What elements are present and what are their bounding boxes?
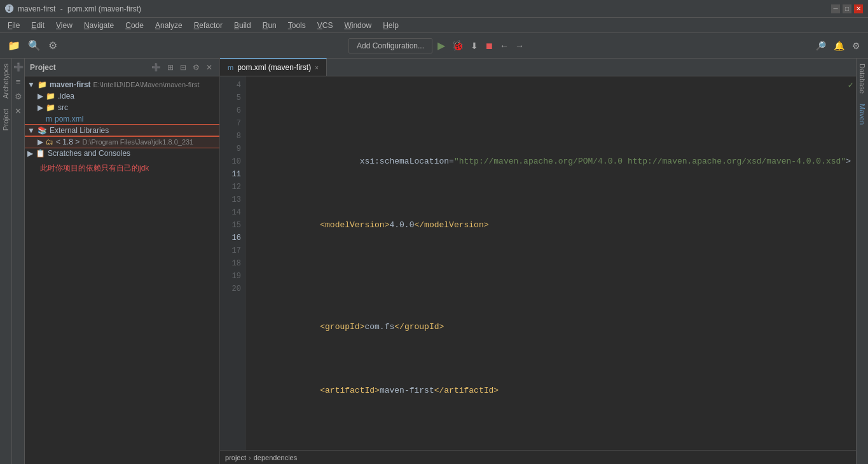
- menu-edit[interactable]: Edit: [26, 20, 50, 31]
- editor-tabs: m pom.xml (maven-first) ×: [220, 59, 856, 76]
- forward-button[interactable]: →: [513, 39, 527, 52]
- maven-tab[interactable]: Maven: [857, 99, 868, 130]
- editor-area: m pom.xml (maven-first) × 4 5 6 7 8 9 10…: [220, 59, 856, 464]
- line-num-16: 16: [220, 232, 241, 244]
- debug-button[interactable]: 🐞: [449, 38, 467, 53]
- line-num-9: 9: [220, 143, 241, 155]
- menu-navigate[interactable]: Navigate: [79, 20, 119, 31]
- menu-tools[interactable]: Tools: [283, 20, 311, 31]
- menu-code[interactable]: Code: [120, 20, 149, 31]
- panel-expand-button[interactable]: ⊞: [165, 62, 176, 73]
- database-tab[interactable]: Database: [857, 59, 868, 99]
- minimize-button[interactable]: ─: [831, 4, 840, 13]
- tab-close-button[interactable]: ×: [315, 64, 319, 71]
- back-button[interactable]: ←: [497, 39, 511, 52]
- line-num-17: 17: [220, 244, 241, 257]
- menu-help[interactable]: Help: [378, 20, 404, 31]
- run-button[interactable]: ▶: [435, 38, 448, 53]
- tree-external-libs[interactable]: ▼ 📚 External Libraries: [25, 125, 219, 136]
- line-num-20: 20: [220, 283, 241, 295]
- tree-jdk-label: < 1.8 >: [56, 137, 79, 146]
- menu-file[interactable]: File: [3, 20, 25, 31]
- add-configuration-button[interactable]: Add Configuration...: [348, 38, 432, 53]
- stop-button[interactable]: ⏹: [482, 39, 496, 52]
- annotation-jdk: 此时你项目的依赖只有自己的jdk: [25, 159, 219, 176]
- line-num-7: 7: [220, 117, 241, 130]
- breadcrumb-dependencies[interactable]: dependencies: [254, 454, 298, 461]
- breadcrumb-project[interactable]: project: [225, 454, 246, 461]
- menu-build[interactable]: Build: [229, 20, 256, 31]
- project-panel-header: Project ➕ ⊞ ⊟ ⚙ ✕: [25, 59, 219, 76]
- tree-src-label: src: [58, 103, 68, 112]
- line-num-8: 8: [220, 130, 241, 143]
- right-sidebar: Database Maven: [856, 59, 868, 464]
- line-num-10: 10: [220, 155, 241, 168]
- run-buttons: ▶ 🐞 ⬇ ⏹ ← →: [435, 38, 527, 53]
- tree-external-libs-label: External Libraries: [50, 126, 109, 135]
- search-everywhere-button[interactable]: 🔎: [813, 39, 829, 52]
- menu-view[interactable]: View: [51, 20, 78, 31]
- tree-src[interactable]: ▶ 📁 src: [25, 102, 219, 113]
- line-num-13: 13: [220, 193, 241, 206]
- tree-root-label: maven-first: [50, 80, 91, 89]
- editor-breadcrumb: project › dependencies: [220, 450, 856, 464]
- add-button[interactable]: ➕: [12, 61, 25, 73]
- menu-refactor[interactable]: Refactor: [189, 20, 228, 31]
- project-panel-title: Project: [30, 63, 147, 72]
- scratches-icon: 📋: [36, 149, 45, 158]
- tree-scratches[interactable]: ▶ 📋 Scratches and Consoles: [25, 148, 219, 159]
- code-line-4: xsi:schemaLocation="http://maven.apache.…: [251, 143, 851, 181]
- code-line-6: [251, 270, 851, 283]
- folder-icon-src: 📁: [46, 103, 55, 112]
- project-icon-button[interactable]: 📁: [5, 38, 23, 53]
- settings-button[interactable]: ⚙: [850, 39, 863, 52]
- toolbar-settings-button[interactable]: ⚙: [46, 38, 60, 53]
- settings-small-button[interactable]: ⚙: [13, 90, 24, 102]
- tab-pom-xml[interactable]: m pom.xml (maven-first) ×: [220, 58, 327, 76]
- archetypes-sidebar: Archetypes Project: [0, 59, 12, 464]
- panel-collapse-all-button[interactable]: ⊟: [178, 62, 188, 73]
- line-num-5: 5: [220, 92, 241, 104]
- toolbar: 📁 🔍 ⚙ Add Configuration... ▶ 🐞 ⬇ ⏹ ← → 🔎…: [0, 33, 868, 59]
- file-tree: ▼ 📁 maven-first E:\IntelliJ\IDEA\Maven\m…: [25, 76, 219, 464]
- expand-icon: ▼: [27, 80, 35, 89]
- code-editor: 4 5 6 7 8 9 10 11 12 13 14 15 16 17 18 1…: [220, 76, 856, 450]
- file-icon-pom: m: [46, 115, 52, 123]
- collapse-button[interactable]: ≡: [15, 76, 22, 88]
- code-content[interactable]: ✓ xsi:schemaLocation="http://maven.apach…: [245, 76, 856, 450]
- menu-vcs[interactable]: VCS: [312, 20, 338, 31]
- app-icon: 🅙: [5, 4, 14, 14]
- panel-settings-button[interactable]: ⚙: [191, 62, 202, 73]
- expand-icon-idea: ▶: [38, 92, 43, 101]
- main-area: Archetypes Project ➕ ≡ ⚙ ✕ Project ➕ ⊞ ⊟…: [0, 59, 868, 464]
- close-button[interactable]: ✕: [854, 4, 863, 13]
- tree-idea[interactable]: ▶ 📁 .idea: [25, 90, 219, 102]
- run-with-coverage-button[interactable]: ⬇: [468, 39, 481, 52]
- toolbar-search-button[interactable]: 🔍: [25, 38, 43, 53]
- maximize-button[interactable]: □: [843, 4, 851, 13]
- tree-root-path: E:\IntelliJ\IDEA\Maven\maven-first: [93, 81, 200, 88]
- expand-icon-scratches: ▶: [27, 149, 33, 158]
- archetypes-tab[interactable]: Archetypes: [0, 59, 11, 104]
- menu-window[interactable]: Window: [339, 20, 376, 31]
- line-num-12: 12: [220, 181, 241, 193]
- line-num-11: 11: [220, 168, 241, 181]
- menu-run[interactable]: Run: [258, 20, 282, 31]
- close-panel-button[interactable]: ✕: [13, 105, 23, 117]
- line-num-4: 4: [220, 79, 241, 92]
- tree-scratches-label: Scratches and Consoles: [48, 149, 130, 158]
- code-line-7: <groupId>com.fs</groupId>: [251, 308, 851, 346]
- menu-analyze[interactable]: Analyze: [150, 20, 188, 31]
- tab-label: pom.xml (maven-first): [237, 63, 311, 72]
- code-line-8: <artifactId>maven-first</artifactId>: [251, 372, 851, 410]
- notifications-button[interactable]: 🔔: [831, 39, 847, 52]
- panel-add-button[interactable]: ➕: [149, 62, 163, 73]
- panel-close-button[interactable]: ✕: [204, 62, 214, 73]
- project-tab-vert[interactable]: Project: [0, 104, 11, 136]
- title-bar-text: maven-first - pom.xml (maven-first): [18, 4, 141, 13]
- tree-jdk[interactable]: ▶ 🗂 < 1.8 > D:\Program Files\Java\jdk1.8…: [25, 136, 219, 148]
- tree-pom[interactable]: ▶ m pom.xml: [25, 113, 219, 125]
- left-action-bar: ➕ ≡ ⚙ ✕: [12, 59, 25, 464]
- tree-root[interactable]: ▼ 📁 maven-first E:\IntelliJ\IDEA\Maven\m…: [25, 79, 219, 90]
- breadcrumb-sep1: ›: [249, 454, 251, 461]
